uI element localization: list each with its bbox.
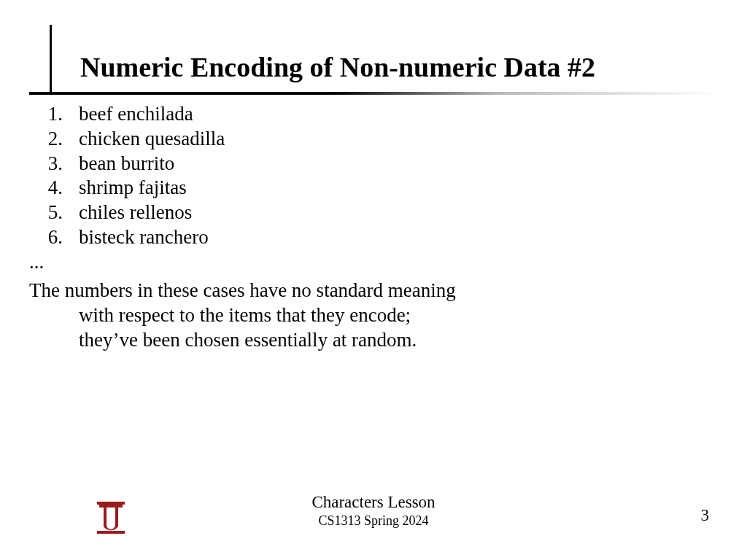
slide-title: Numeric Encoding of Non-numeric Data #2 — [80, 52, 595, 83]
list-text: shrimp fajitas — [79, 176, 718, 201]
title-vertical-rule — [50, 25, 52, 92]
list-text: bean burrito — [79, 152, 718, 176]
list-item: 5. chiles rellenos — [29, 201, 718, 225]
body-paragraph: The numbers in these cases have no stand… — [29, 279, 718, 352]
paragraph-line: they’ve been chosen essentially at rando… — [29, 328, 718, 353]
list-number: 5. — [29, 201, 79, 225]
footer-lesson: Characters Lesson — [0, 493, 747, 512]
page-number: 3 — [701, 506, 710, 525]
list-number: 4. — [29, 176, 79, 201]
paragraph-line: The numbers in these cases have no stand… — [29, 279, 718, 303]
slide-body: 1. beef enchilada 2. chicken quesadilla … — [29, 102, 718, 353]
list-text: chiles rellenos — [79, 201, 718, 225]
list-ellipsis: ... — [29, 250, 718, 275]
list-text: chicken quesadilla — [79, 127, 718, 152]
list-item: 6. bisteck ranchero — [29, 225, 718, 250]
list-item: 1. beef enchilada — [29, 102, 718, 127]
slide: Numeric Encoding of Non-numeric Data #2 … — [0, 0, 747, 560]
list-text: bisteck ranchero — [79, 225, 718, 250]
paragraph-line: with respect to the items that they enco… — [29, 303, 718, 328]
list-number: 6. — [29, 225, 79, 250]
list-number: 2. — [29, 127, 79, 152]
list-number: 3. — [29, 152, 79, 176]
slide-footer: Characters Lesson CS1313 Spring 2024 — [0, 493, 747, 534]
list-item: 2. chicken quesadilla — [29, 127, 718, 152]
list-text: beef enchilada — [79, 102, 718, 127]
list-item: 4. shrimp fajitas — [29, 176, 718, 201]
divider-rule — [29, 92, 718, 95]
list-item: 3. bean burrito — [29, 152, 718, 176]
footer-course: CS1313 Spring 2024 — [0, 513, 747, 529]
list-number: 1. — [29, 102, 79, 127]
